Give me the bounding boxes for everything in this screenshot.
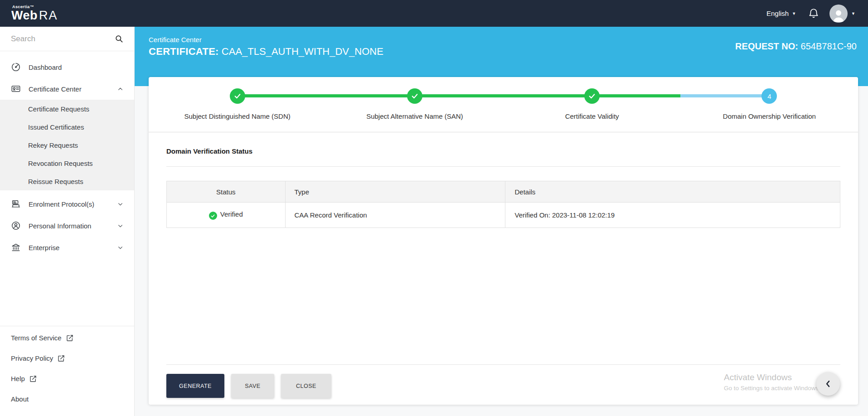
- brand-webra: WebRA: [11, 9, 58, 22]
- column-header-type: Type: [285, 181, 505, 203]
- brand-ra: RA: [39, 9, 58, 22]
- step-active-number: 4: [761, 88, 777, 104]
- request-number-value: 654B781C-90: [801, 41, 857, 51]
- breadcrumb: Certificate Center: [149, 36, 383, 44]
- submenu-label: Reissue Requests: [28, 178, 83, 185]
- stepper-connector-3: [599, 94, 762, 97]
- submenu-label: Certificate Requests: [28, 105, 89, 113]
- sidebar-item-label: Dashboard: [29, 63, 62, 71]
- verification-table: Status Type Details Verified CAA Record …: [166, 181, 840, 228]
- footer-link-label: Help: [11, 375, 25, 382]
- sidebar-item-reissue-requests[interactable]: Reissue Requests: [0, 172, 134, 190]
- step-label: Domain Ownership Verification: [681, 112, 858, 120]
- sidebar-item-rekey-requests[interactable]: Rekey Requests: [0, 136, 134, 154]
- language-label: English: [766, 10, 789, 17]
- sidebar-item-dashboard[interactable]: Dashboard: [0, 56, 134, 78]
- content-card: Subject Distinguished Name (SDN) Subject…: [149, 77, 858, 405]
- bank-icon: [11, 242, 21, 252]
- check-icon: [588, 92, 596, 100]
- sidebar-item-issued-certificates[interactable]: Issued Certificates: [0, 118, 134, 136]
- navbar-right: English ▼ ▼: [766, 5, 855, 23]
- language-selector[interactable]: English ▼: [766, 10, 796, 17]
- sidebar-item-certificate-center[interactable]: Certificate Center: [0, 78, 134, 100]
- brand-web: Web: [11, 9, 38, 22]
- external-link-icon: [66, 334, 73, 342]
- sidebar-search: [0, 27, 134, 51]
- close-button[interactable]: CLOSE: [281, 374, 331, 398]
- person-icon: [831, 7, 846, 23]
- table-header-row: Status Type Details: [167, 181, 840, 203]
- chevron-down-icon: [117, 223, 123, 229]
- chevron-left-icon: [824, 379, 833, 388]
- stepper-connector-1: [244, 94, 408, 97]
- card-content: Domain Verification Status Status Type D…: [149, 147, 858, 228]
- search-icon[interactable]: [115, 34, 123, 43]
- sidebar-item-enterprise[interactable]: Enterprise: [0, 237, 134, 258]
- submenu-label: Rekey Requests: [28, 141, 78, 149]
- sidebar: Dashboard Certificate Center Certificate…: [0, 27, 135, 416]
- generate-button[interactable]: GENERATE: [166, 374, 224, 398]
- dashboard-icon: [11, 62, 21, 72]
- bell-icon: [808, 8, 820, 19]
- search-input[interactable]: [11, 34, 115, 44]
- page-title: CERTIFICATE: CAA_TLS_AUTH_WITH_DV_NONE: [149, 46, 383, 58]
- details-cell: Verified On: 2023-11-08 12:02:19: [505, 203, 840, 228]
- sidebar-item-label: Personal Information: [29, 222, 91, 230]
- chevron-down-icon: [117, 201, 123, 207]
- footer-link-label: About: [11, 395, 29, 403]
- step-label: Subject Distinguished Name (SDN): [149, 112, 326, 120]
- user-menu[interactable]: ▼: [829, 5, 855, 23]
- action-buttons: GENERATE SAVE CLOSE: [166, 374, 331, 398]
- request-number: REQUEST NO: 654B781C-90: [735, 41, 857, 52]
- about-link[interactable]: About: [0, 389, 134, 409]
- sidebar-item-label: Certificate Center: [29, 85, 82, 93]
- sidebar-item-enrolment-protocols[interactable]: Enrolment Protocol(s): [0, 193, 134, 215]
- step-san[interactable]: Subject Alternative Name (SAN): [326, 77, 503, 132]
- footer-link-label: Terms of Service: [11, 334, 62, 342]
- terms-of-service-link[interactable]: Terms of Service: [0, 328, 134, 348]
- help-link[interactable]: Help: [0, 368, 134, 389]
- table-row: Verified CAA Record Verification Verifie…: [167, 203, 840, 228]
- verified-check-icon: [209, 212, 217, 220]
- enrolment-protocol-icon: [11, 199, 21, 209]
- notifications-button[interactable]: [808, 8, 820, 19]
- person-circle-icon: [11, 221, 21, 231]
- privacy-policy-link[interactable]: Privacy Policy: [0, 348, 134, 368]
- stepper-connector-2: [422, 94, 585, 97]
- collapse-panel-button[interactable]: [816, 372, 840, 396]
- sidebar-item-personal-information[interactable]: Personal Information: [0, 215, 134, 237]
- app-logo: Ascertia™ WebRA: [11, 5, 58, 22]
- request-number-label: REQUEST NO:: [735, 41, 798, 51]
- column-header-details: Details: [505, 181, 840, 203]
- page-title-label: CERTIFICATE:: [149, 46, 219, 57]
- type-cell: CAA Record Verification: [285, 203, 505, 228]
- step-certificate-validity[interactable]: Certificate Validity: [504, 77, 681, 132]
- step-domain-ownership-verification[interactable]: 4 Domain Ownership Verification: [681, 77, 858, 132]
- chevron-up-icon: [117, 86, 123, 92]
- top-navbar: Ascertia™ WebRA English ▼ ▼: [0, 0, 868, 27]
- sidebar-item-label: Enterprise: [29, 244, 59, 252]
- step-complete-icon: [584, 88, 600, 104]
- section-title: Domain Verification Status: [166, 147, 840, 155]
- chevron-down-icon: ▼: [851, 11, 855, 16]
- submenu-label: Issued Certificates: [28, 123, 84, 131]
- sidebar-group-2: Enrolment Protocol(s) Personal Informati…: [0, 193, 134, 258]
- certificate-icon: [11, 84, 21, 94]
- check-icon: [411, 92, 419, 100]
- submenu-label: Revocation Requests: [28, 160, 93, 167]
- sidebar-item-certificate-requests[interactable]: Certificate Requests: [0, 100, 134, 118]
- step-sdn[interactable]: Subject Distinguished Name (SDN): [149, 77, 326, 132]
- avatar: [829, 5, 848, 23]
- page-header-titles: Certificate Center CERTIFICATE: CAA_TLS_…: [149, 36, 383, 58]
- sidebar-nav: Dashboard Certificate Center Certificate…: [0, 51, 134, 258]
- certificate-center-submenu: Certificate Requests Issued Certificates…: [0, 100, 134, 190]
- status-text: Verified: [220, 210, 243, 218]
- wizard-stepper: Subject Distinguished Name (SDN) Subject…: [149, 77, 858, 132]
- footer-divider: [166, 364, 840, 365]
- sidebar-item-revocation-requests[interactable]: Revocation Requests: [0, 154, 134, 172]
- save-button[interactable]: SAVE: [231, 374, 274, 398]
- step-label: Certificate Validity: [504, 112, 681, 120]
- page-title-value: CAA_TLS_AUTH_WITH_DV_NONE: [222, 46, 383, 57]
- external-link-icon: [58, 355, 65, 362]
- sidebar-footer: Terms of Service Privacy Policy Help Abo…: [0, 326, 134, 409]
